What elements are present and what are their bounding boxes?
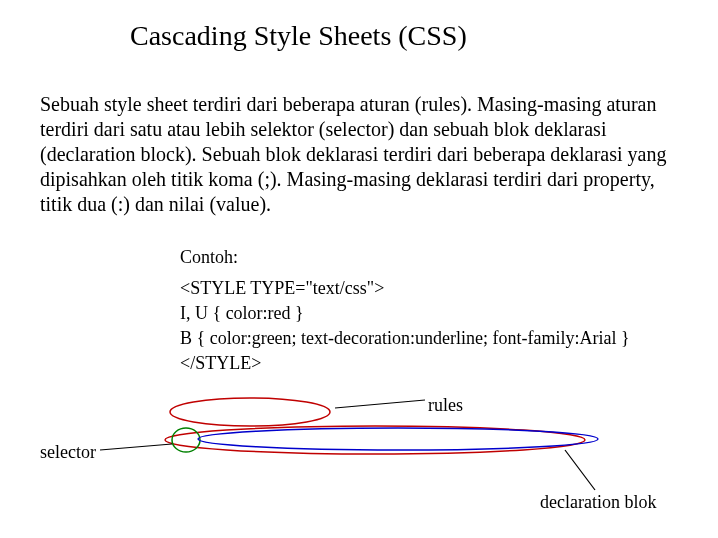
label-declaration-block: declaration blok — [540, 492, 656, 513]
annotation-overlay — [0, 0, 718, 538]
code-line-3: B { color:green; text-decoration:underli… — [180, 328, 718, 349]
line-declaration-block — [565, 450, 595, 490]
code-line-2: I, U { color:red } — [180, 303, 718, 324]
code-line-4: </STYLE> — [180, 353, 718, 374]
ellipse-selector — [172, 428, 200, 452]
description-paragraph: Sebuah style sheet terdiri dari beberapa… — [40, 92, 678, 217]
code-line-1: <STYLE TYPE="text/css"> — [180, 278, 718, 299]
line-rules — [335, 400, 425, 408]
line-selector — [100, 444, 172, 450]
code-block: <STYLE TYPE="text/css"> I, U { color:red… — [180, 278, 718, 374]
ellipse-rule-1 — [170, 398, 330, 426]
ellipse-declaration-block — [198, 428, 598, 450]
label-rules: rules — [428, 395, 463, 416]
label-selector: selector — [40, 442, 96, 463]
example-label: Contoh: — [180, 247, 718, 268]
page-title: Cascading Style Sheets (CSS) — [130, 20, 718, 52]
ellipse-rule-2 — [165, 426, 585, 454]
